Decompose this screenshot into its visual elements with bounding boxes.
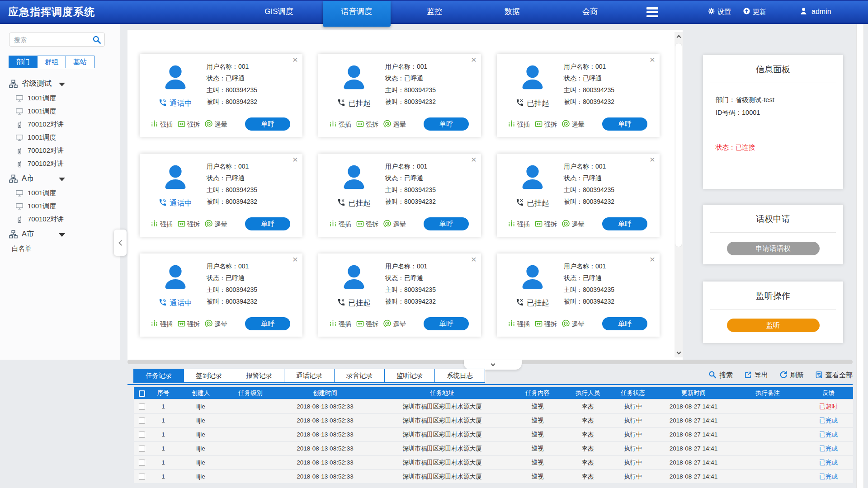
tree-item-0-3[interactable]: 1001调度 <box>0 131 120 144</box>
card-action-insert[interactable]: 强插 <box>329 220 351 229</box>
close-icon[interactable]: × <box>650 254 655 265</box>
sidebar-collapse-handle[interactable] <box>114 230 127 256</box>
card-action-split[interactable]: 强拆 <box>356 220 378 229</box>
close-icon[interactable]: × <box>292 54 298 65</box>
card-action-insert[interactable]: 强插 <box>151 220 173 229</box>
single-call-button[interactable]: 单呼 <box>245 117 290 131</box>
single-call-button[interactable]: 单呼 <box>424 317 469 330</box>
card-action-dizzy[interactable]: 遥晕 <box>205 120 227 129</box>
nav-tab-data[interactable]: 数据 <box>478 1 546 23</box>
close-icon[interactable]: × <box>292 254 298 265</box>
record-tab-monitor-record[interactable]: 监听记录 <box>384 369 435 383</box>
record-tab-call-record[interactable]: 通话记录 <box>284 369 335 383</box>
scrollbar-thumb[interactable] <box>675 43 682 247</box>
card-action-insert[interactable]: 强插 <box>508 220 530 229</box>
monitor-button[interactable]: 监听 <box>727 319 820 332</box>
card-action-dizzy[interactable]: 遥晕 <box>205 220 227 229</box>
tree-group-2[interactable]: A市 <box>0 226 120 242</box>
record-tab-alarm-record[interactable]: 报警记录 <box>234 369 284 383</box>
card-action-split[interactable]: 强拆 <box>535 320 557 329</box>
task-row-0[interactable]: 1lijie2018-08-13 08:52:33深圳市福田区彩田村水源大厦巡视… <box>134 400 853 413</box>
card-action-dizzy[interactable]: 遥晕 <box>562 220 585 229</box>
card-action-dizzy[interactable]: 遥晕 <box>205 319 227 329</box>
record-tab-task-record[interactable]: 任务记录 <box>133 369 184 383</box>
card-action-split[interactable]: 强拆 <box>356 120 378 129</box>
task-row-5[interactable]: 1lijie2018-08-13 08:52:33深圳市福田区彩田村水源大厦巡视… <box>134 470 853 483</box>
record-tab-recording-record[interactable]: 录音记录 <box>334 369 385 383</box>
single-call-button[interactable]: 单呼 <box>424 117 469 131</box>
single-call-button[interactable]: 单呼 <box>245 217 290 230</box>
task-row-3[interactable]: 1lijie2018-08-13 08:52:33深圳市福田区彩田村水源大厦巡视… <box>134 442 853 455</box>
row-checkbox[interactable] <box>139 432 145 438</box>
task-row-4[interactable]: 1lijie2018-08-13 08:52:33深圳市福田区彩田村水源大厦巡视… <box>134 456 853 469</box>
row-checkbox[interactable] <box>139 474 145 480</box>
scroll-down-button[interactable] <box>675 348 683 357</box>
tree-item-1-0[interactable]: 1001调度 <box>0 187 120 200</box>
card-action-split[interactable]: 强拆 <box>535 120 557 129</box>
tree-item-2-0[interactable]: 白名单 <box>0 242 120 255</box>
single-call-button[interactable]: 单呼 <box>602 317 647 330</box>
tree-item-0-4[interactable]: 700102对讲 <box>0 144 120 157</box>
card-action-split[interactable]: 强拆 <box>356 320 378 329</box>
tree-item-1-1[interactable]: 1001调度 <box>0 200 120 213</box>
card-action-split[interactable]: 强拆 <box>178 220 200 229</box>
settings-button[interactable]: 设置 <box>708 7 731 16</box>
card-action-dizzy[interactable]: 遥晕 <box>562 319 585 329</box>
sidebar-tab-groups[interactable]: 群组 <box>37 56 66 68</box>
tree-item-1-2[interactable]: 700102对讲 <box>0 213 120 226</box>
card-action-dizzy[interactable]: 遥晕 <box>383 220 406 229</box>
single-call-button[interactable]: 单呼 <box>602 217 647 230</box>
tool-export[interactable]: 导出 <box>744 371 768 380</box>
row-checkbox[interactable] <box>139 446 145 452</box>
scroll-up-button[interactable] <box>675 32 683 41</box>
row-checkbox[interactable] <box>139 404 145 410</box>
menu-icon[interactable] <box>646 7 658 17</box>
tree-group-0[interactable]: 省级测试 <box>0 75 120 92</box>
select-all-checkbox[interactable] <box>139 390 145 397</box>
record-tab-system-log[interactable]: 系统日志 <box>434 369 485 383</box>
card-action-dizzy[interactable]: 遥晕 <box>562 120 585 129</box>
single-call-button[interactable]: 单呼 <box>245 317 290 330</box>
tree-item-0-0[interactable]: 1001调度 <box>0 92 120 105</box>
card-action-insert[interactable]: 强插 <box>329 320 351 329</box>
cards-scrollbar[interactable] <box>675 32 683 357</box>
tool-view-all[interactable]: 查看全部 <box>815 371 853 380</box>
tree-item-0-1[interactable]: 1001调度 <box>0 105 120 118</box>
task-row-1[interactable]: 1lijie2018-08-13 08:52:33深圳市福田区彩田村水源大厦巡视… <box>134 414 853 427</box>
search-icon[interactable] <box>92 35 101 46</box>
card-action-dizzy[interactable]: 遥晕 <box>383 319 406 329</box>
card-action-insert[interactable]: 强插 <box>508 120 530 129</box>
page-scrollbar[interactable] <box>856 24 864 488</box>
sidebar-tab-base-station[interactable]: 基站 <box>66 56 94 68</box>
nav-tab-gis[interactable]: GIS调度 <box>245 1 313 23</box>
card-action-split[interactable]: 强拆 <box>178 320 200 329</box>
card-action-insert[interactable]: 强插 <box>151 120 173 129</box>
tree-group-1[interactable]: A市 <box>0 170 120 187</box>
update-button[interactable]: 更新 <box>743 7 766 16</box>
close-icon[interactable]: × <box>471 54 476 65</box>
nav-tab-voice[interactable]: 语音调度 <box>323 1 391 27</box>
single-call-button[interactable]: 单呼 <box>424 217 469 230</box>
close-icon[interactable]: × <box>471 154 476 165</box>
task-row-2[interactable]: 1lijie2018-08-13 08:52:33深圳市福田区彩田村水源大厦巡视… <box>134 428 853 441</box>
tool-refresh[interactable]: 刷新 <box>779 371 804 380</box>
card-action-split[interactable]: 强拆 <box>535 220 557 229</box>
apply-talk-right-button[interactable]: 申请话语权 <box>727 242 820 255</box>
record-tab-sign-in-record[interactable]: 签到记录 <box>184 369 234 383</box>
search-input[interactable] <box>9 33 91 46</box>
close-icon[interactable]: × <box>650 154 655 165</box>
card-action-split[interactable]: 强拆 <box>178 120 200 129</box>
sidebar-tab-department[interactable]: 部门 <box>9 56 38 68</box>
row-checkbox[interactable] <box>139 460 145 466</box>
nav-tab-monitor[interactable]: 监控 <box>401 1 468 23</box>
row-checkbox[interactable] <box>139 418 145 424</box>
nav-tab-consult[interactable]: 会商 <box>556 1 624 23</box>
close-icon[interactable]: × <box>471 254 476 265</box>
card-action-insert[interactable]: 强插 <box>329 120 351 129</box>
tree-item-0-5[interactable]: 700102对讲 <box>0 157 120 170</box>
user-menu[interactable]: admin <box>799 1 831 23</box>
card-action-insert[interactable]: 强插 <box>508 320 530 329</box>
card-action-dizzy[interactable]: 遥晕 <box>383 120 406 129</box>
close-icon[interactable]: × <box>292 154 298 165</box>
close-icon[interactable]: × <box>650 54 655 65</box>
